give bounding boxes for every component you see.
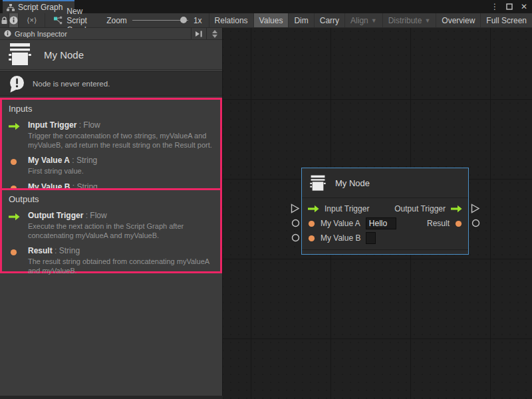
code-icon: ⟨×⟩ — [27, 16, 37, 25]
port-type: Flow — [83, 211, 106, 220]
graph-name[interactable]: New Script Graph — [45, 13, 100, 27]
value-a-label: My Value A — [321, 219, 360, 228]
distribute-label: Distribute — [388, 16, 422, 25]
port-entry-input-trigger: Input TriggerFlow Trigger the concatenat… — [9, 120, 215, 150]
graph-inspector-panel: Graph Inspector — [0, 28, 223, 396]
align-dropdown: Align ▼ — [344, 13, 382, 27]
external-value-b-marker[interactable] — [290, 232, 301, 243]
port-type: String — [70, 156, 97, 165]
unit-title: My Node — [335, 178, 370, 188]
port-description: Trigger the concatenation of two strings… — [28, 132, 213, 150]
values-button[interactable]: Values — [253, 13, 289, 27]
window-bottom-edge — [0, 396, 223, 399]
carry-label: Carry — [320, 16, 339, 25]
inspector-toggle-button[interactable] — [9, 13, 19, 27]
scroll-arrows[interactable] — [210, 28, 219, 39]
unit-row-value-a: My Value A Result — [302, 216, 468, 231]
unit-header[interactable]: My Node — [302, 168, 468, 198]
zoom-value: 1x — [194, 16, 202, 25]
value-b-label: My Value B — [321, 233, 360, 243]
flow-port-icon — [9, 120, 22, 150]
unit-row-trigger: Input Trigger Output Trigger — [302, 201, 468, 216]
tab-label: Script Graph — [18, 3, 63, 12]
warning-text: Node is never entered. — [33, 80, 110, 88]
zoom-slider-handle[interactable] — [180, 17, 187, 23]
inputs-section: Inputs Input TriggerFlow Trigger the con… — [0, 98, 222, 190]
info-icon — [9, 16, 18, 25]
toolbar: ⟨×⟩ New Script Graph Zoom 1x Relations — [0, 13, 532, 28]
unit-icon — [309, 175, 327, 192]
values-label: Values — [259, 16, 283, 25]
node-icon — [7, 43, 33, 66]
relations-label: Relations — [215, 16, 248, 25]
code-view-button[interactable]: ⟨×⟩ — [19, 13, 45, 27]
new-graph-icon — [53, 16, 63, 25]
port-description: Execute the next action in the Script Gr… — [28, 222, 213, 240]
zoom-slider[interactable] — [132, 20, 188, 21]
script-graph-window: Script Graph ⋮ ✕ — [0, 0, 532, 399]
port-entry-output-trigger: Output TriggerFlow Execute the next acti… — [9, 211, 215, 240]
relations-button[interactable]: Relations — [209, 13, 253, 27]
zoom-label: Zoom — [106, 16, 127, 25]
inspected-node-title: My Node — [44, 49, 84, 61]
my-node-unit[interactable]: My Node Input Trigger Output Trigger — [301, 168, 469, 255]
flow-port-icon — [9, 211, 22, 240]
value-port-icon — [9, 156, 22, 176]
tab-script-graph[interactable]: Script Graph — [3, 0, 74, 13]
lock-button[interactable] — [0, 13, 9, 27]
external-result-marker[interactable] — [470, 217, 481, 228]
dock-panel-icon[interactable] — [191, 28, 207, 39]
maximize-icon[interactable] — [504, 1, 515, 12]
external-flow-out-marker[interactable] — [470, 203, 481, 213]
align-label: Align — [350, 16, 368, 25]
warning-banner: Node is never entered. — [0, 71, 222, 96]
value-b-input[interactable] — [366, 232, 376, 244]
external-value-a-marker[interactable] — [290, 217, 301, 228]
result-port[interactable] — [455, 220, 462, 227]
chevron-down-icon: ▼ — [424, 17, 430, 24]
input-trigger-label: Input Trigger — [325, 204, 369, 213]
flow-out-port[interactable] — [451, 205, 462, 213]
graph-hierarchy-icon — [7, 4, 15, 11]
warning-bubble-icon — [8, 75, 26, 93]
full-screen-label: Full Screen — [486, 16, 527, 25]
flow-in-port[interactable] — [308, 205, 319, 213]
dim-label: Dim — [294, 16, 308, 25]
port-entry-result: ResultString The result string obtained … — [9, 246, 215, 275]
zoom-control: Zoom 1x — [100, 13, 208, 27]
value-a-port[interactable] — [308, 220, 315, 227]
unit-body: Input Trigger Output Trigger My — [302, 198, 468, 245]
value-b-port[interactable] — [308, 235, 315, 242]
window-controls: ⋮ ✕ — [489, 0, 529, 13]
port-name: Input Trigger — [28, 120, 76, 130]
outputs-section: Outputs Output TriggerFlow Execute the n… — [0, 188, 222, 273]
external-flow-in-marker[interactable] — [290, 203, 301, 213]
close-icon[interactable]: ✕ — [519, 1, 529, 12]
lock-icon — [1, 17, 8, 25]
chevron-down-icon: ▼ — [371, 17, 377, 24]
port-name: Output Trigger — [28, 211, 83, 220]
port-type: String — [53, 246, 80, 255]
port-type: Flow — [76, 120, 100, 130]
window-menu-icon[interactable]: ⋮ — [489, 1, 500, 12]
full-screen-button[interactable]: Full Screen — [480, 13, 532, 27]
graph-canvas[interactable]: My Node Input Trigger Output Trigger — [223, 28, 532, 399]
unit-row-value-b: My Value B — [302, 231, 468, 245]
port-name: My Value A — [28, 156, 70, 165]
port-entry-my-value-a: My Value AString First string value. — [9, 156, 215, 176]
inspected-node-header: My Node — [0, 40, 222, 70]
dim-button[interactable]: Dim — [288, 13, 313, 27]
outputs-title: Outputs — [9, 194, 215, 204]
info-icon — [4, 30, 11, 37]
overview-button[interactable]: Overview — [436, 13, 480, 27]
value-a-input[interactable] — [366, 217, 396, 229]
output-trigger-label: Output Trigger — [394, 204, 446, 213]
view-button-group: Relations Values Dim Carry Align ▼ Distr… — [209, 13, 532, 27]
overview-label: Overview — [442, 16, 475, 25]
inputs-title: Inputs — [9, 104, 215, 114]
port-name: Result — [28, 246, 53, 255]
unit-footer — [302, 249, 468, 257]
port-description: First string value. — [28, 167, 97, 176]
value-port-icon — [9, 246, 22, 275]
carry-button[interactable]: Carry — [314, 13, 344, 27]
